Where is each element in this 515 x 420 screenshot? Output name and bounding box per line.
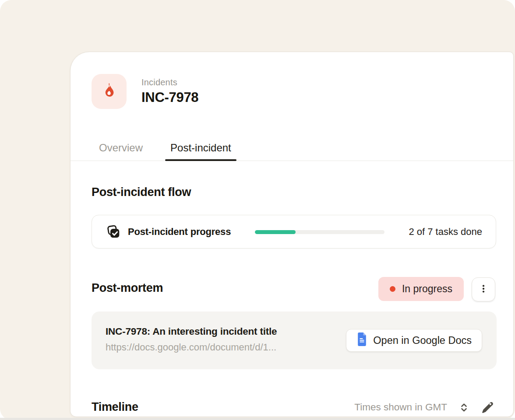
status-badge-label: In progress (402, 283, 452, 295)
post-mortem-header-row: Post-mortem In progress (71, 277, 513, 301)
progress-bar-fill (255, 230, 296, 234)
open-in-google-docs-button[interactable]: Open in Google Docs (346, 329, 482, 352)
incident-panel: Incidents INC-7978 Overview Post-inciden… (70, 52, 514, 417)
google-docs-icon (356, 332, 367, 349)
active-tab-underline (165, 159, 236, 161)
tab-bar: Overview Post-incident (71, 140, 513, 161)
incident-header: Incidents INC-7978 (92, 74, 198, 109)
chevron-up-down-icon[interactable] (458, 402, 470, 413)
progress-bar (255, 230, 384, 234)
doc-url: https://docs.google.com/document/d/1... (106, 342, 276, 353)
incident-type-tile (92, 74, 127, 109)
doc-title: INC-7978: An interesting incident title (106, 326, 277, 337)
flow-section-heading: Post-incident flow (92, 186, 191, 199)
flame-icon (101, 82, 117, 101)
timezone-label: Times shown in GMT (354, 402, 447, 413)
tasks-done-text: 2 of 7 tasks done (409, 215, 482, 248)
kebab-menu-icon (477, 282, 490, 297)
incident-id: INC-7978 (141, 90, 198, 105)
timeline-heading: Timeline (92, 400, 138, 414)
post-mortem-doc-card: INC-7978: An interesting incident title … (92, 312, 497, 369)
post-mortem-menu-button[interactable] (472, 277, 495, 301)
tab-post-incident-label: Post-incident (170, 142, 231, 154)
timeline-controls: Times shown in GMT (354, 399, 494, 416)
post-incident-progress-card[interactable]: Post-incident progress 2 of 7 tasks done (92, 215, 496, 248)
screenshot-frame: Incidents INC-7978 Overview Post-inciden… (0, 0, 515, 420)
status-dot-icon (390, 286, 395, 292)
checklist-icon (106, 224, 121, 239)
bottom-edge-divider (0, 418, 515, 420)
status-badge[interactable]: In progress (378, 277, 464, 301)
pencil-icon[interactable] (481, 401, 494, 414)
post-mortem-heading: Post-mortem (92, 281, 163, 295)
timeline-header-row: Timeline Times shown in GMT (71, 399, 513, 416)
incident-category-label: Incidents (141, 77, 198, 88)
tab-overview[interactable]: Overview (94, 140, 148, 161)
tab-post-incident[interactable]: Post-incident (165, 140, 236, 161)
incident-header-text: Incidents INC-7978 (141, 77, 198, 105)
open-button-label: Open in Google Docs (373, 335, 472, 346)
progress-label: Post-incident progress (128, 226, 231, 238)
